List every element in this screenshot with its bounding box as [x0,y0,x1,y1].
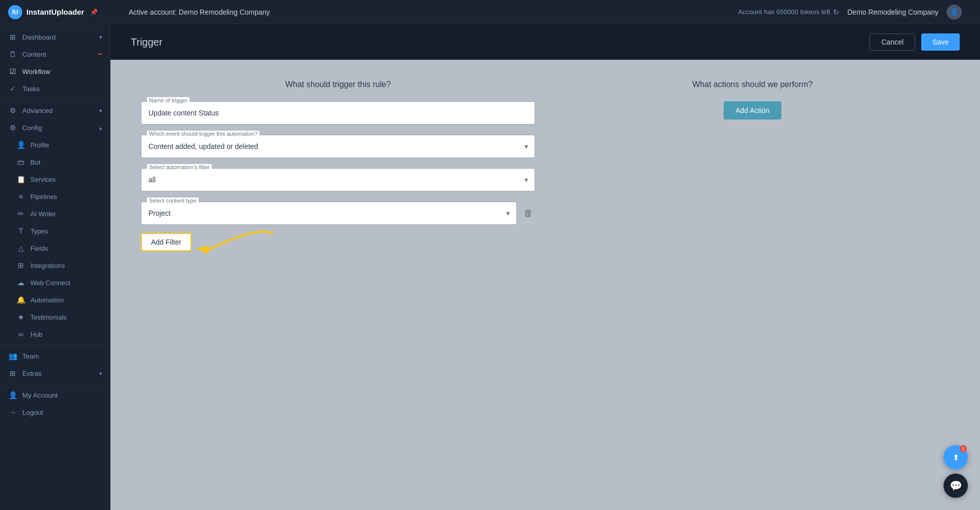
sidebar-label-automation: Automation [30,296,64,304]
sidebar-item-automation[interactable]: 🔔 Automation [0,291,110,308]
sidebar-item-types[interactable]: T Types [0,222,110,240]
chevron-icon: ▾ [99,34,102,40]
topbar-main: Active account: Demo Remodeling Company … [119,5,972,20]
automation-filter-field: Select automation's filter all [141,168,535,191]
config-icon: ⚙ [8,124,17,132]
chevron-advanced-icon: ▾ [99,108,102,113]
sidebar-item-advanced[interactable]: ⚙ Advanced ▾ [0,102,110,119]
dashboard-icon: ⊞ [8,33,17,41]
content-type-select-wrapper: Project [141,202,517,225]
sidebar-label-profile: Profile [30,141,49,149]
sidebar-label-ai-writer: AI Writer [30,210,56,218]
sidebar-label-testimonials: Testimonials [30,313,67,321]
hub-icon: ∞ [16,330,25,338]
sidebar-label-team: Team [22,352,39,360]
chat-fab[interactable]: 💬 [944,474,968,498]
web-connect-icon: ☁ [16,279,25,287]
content-type-label: Select content type [147,198,199,204]
event-trigger-label: Which event should trigger this automati… [147,131,259,137]
sidebar-item-tasks[interactable]: ✓ Tasks [0,80,110,97]
right-panel-heading: What actions should we perform? [692,80,812,89]
sidebar-label-pipelines: Pipelines [30,193,57,201]
sidebar-item-bot[interactable]: 🗃 Bot [0,153,110,171]
content-area: What should trigger this rule? Name of t… [110,60,980,510]
cancel-button[interactable]: Cancel [870,33,915,51]
scroll-top-fab[interactable]: ⬆ 1 [944,445,968,469]
sidebar-item-ai-writer[interactable]: ✏ AI Writer [0,205,110,222]
sidebar-item-workflow[interactable]: ☑ Workflow [0,63,110,80]
chevron-config-icon: ▴ [99,125,102,131]
chevron-extras-icon: ▾ [99,371,102,376]
automation-filter-select-wrapper: all [141,168,535,191]
sidebar-item-pipelines[interactable]: ≡ Pipelines [0,188,110,205]
sidebar-item-profile[interactable]: 👤 Profile [0,136,110,153]
topbar-right: Account has 650000 tokens left ↻ Demo Re… [738,5,962,20]
bot-icon: 🗃 [16,158,25,166]
event-trigger-select-wrapper: Content added, updated or deleted [141,135,535,158]
sidebar-item-content[interactable]: 🗒 Content [0,46,110,63]
automation-filter-select[interactable]: all [141,168,535,191]
sidebar-item-extras[interactable]: ⊞ Extras ▾ [0,365,110,382]
name-trigger-label: Name of trigger [147,97,190,103]
testimonials-icon: ★ [16,313,25,321]
avatar[interactable]: 👤 [947,5,962,20]
content-badge [98,54,102,55]
workflow-icon: ☑ [8,67,17,75]
fields-icon: △ [16,244,25,252]
sidebar-item-testimonials[interactable]: ★ Testimonials [0,308,110,326]
sidebar-item-fields[interactable]: △ Fields [0,240,110,257]
my-account-icon: 👤 [8,391,17,399]
trigger-actions: Cancel Save [870,33,960,51]
types-icon: T [16,227,25,235]
notification-badge: 1 [960,445,967,452]
chat-icon: 💬 [950,480,962,492]
automation-filter-label: Select automation's filter [147,164,212,170]
profile-icon: 👤 [16,141,25,149]
sidebar-item-config[interactable]: ⚙ Config ▴ [0,119,110,136]
delete-filter-button[interactable]: 🗑 [522,206,535,221]
tasks-icon: ✓ [8,85,17,93]
logout-icon: → [8,408,17,416]
save-button[interactable]: Save [921,33,960,51]
sidebar-item-services[interactable]: 📋 Services [0,171,110,188]
sidebar-item-integrations[interactable]: ⊞ Integrations [0,257,110,274]
sidebar-item-dashboard[interactable]: ⊞ Dashboard ▾ [0,28,110,46]
services-icon: 📋 [16,175,25,183]
sidebar-item-web-connect[interactable]: ☁ Web Connect [0,274,110,291]
brand-icon: IU [8,5,22,19]
add-filter-button[interactable]: Add Filter [141,233,192,251]
sidebar-label-dashboard: Dashboard [22,33,56,41]
sidebar-item-my-account[interactable]: 👤 My Account [0,386,110,404]
sidebar-label-web-connect: Web Connect [30,279,70,287]
sidebar-item-hub[interactable]: ∞ Hub [0,326,110,343]
content-type-select[interactable]: Project [141,202,517,225]
sidebar-label-bot: Bot [30,159,41,166]
name-trigger-field: Name of trigger [141,101,535,125]
company-name: Demo Remodeling Company [847,8,938,16]
left-panel-heading: What should trigger this rule? [141,80,535,89]
sidebar-label-workflow: Workflow [22,68,50,75]
advanced-icon: ⚙ [8,106,17,114]
content-icon: 🗒 [8,50,17,58]
add-action-button[interactable]: Add Action [724,101,782,120]
sidebar-label-types: Types [30,227,48,235]
annotation-arrow [192,223,283,263]
sidebar-label-my-account: My Account [22,391,58,399]
sidebar-label-services: Services [30,176,56,183]
refresh-icon[interactable]: ↻ [833,8,839,16]
sidebar-item-logout[interactable]: → Logout [0,404,110,421]
trigger-header: Trigger Cancel Save [110,24,980,60]
brand[interactable]: IU InstantUploader 📌 [8,5,119,19]
token-info: Account has 650000 tokens left ↻ [738,8,839,16]
event-trigger-select[interactable]: Content added, updated or deleted [141,135,535,158]
main: Trigger Cancel Save What should trigger … [110,24,980,510]
sidebar-label-fields: Fields [30,245,48,252]
sidebar-label-extras: Extras [22,370,42,377]
team-icon: 👥 [8,352,17,360]
left-panel: What should trigger this rule? Name of t… [141,80,535,490]
event-trigger-field: Which event should trigger this automati… [141,135,535,158]
sidebar-label-config: Config [22,124,42,132]
name-trigger-input[interactable] [141,101,535,125]
trigger-title: Trigger [131,36,163,48]
sidebar-item-team[interactable]: 👥 Team [0,347,110,365]
